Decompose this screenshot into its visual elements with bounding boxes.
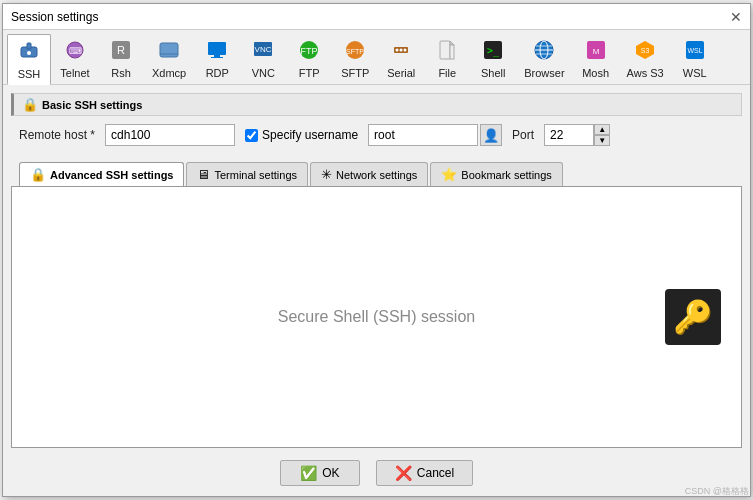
key-icon: 🔑 bbox=[673, 298, 713, 336]
svg-text:WSL: WSL bbox=[687, 47, 702, 54]
protocol-item-rsh[interactable]: R Rsh bbox=[99, 34, 143, 84]
sub-tab-advanced[interactable]: 🔒 Advanced SSH settings bbox=[19, 162, 184, 186]
protocol-icon-sftp: SFTP bbox=[344, 39, 366, 65]
protocol-item-serial[interactable]: Serial bbox=[379, 34, 423, 84]
svg-rect-10 bbox=[214, 55, 220, 57]
protocol-label-rdp: RDP bbox=[206, 67, 229, 79]
sub-tab-icon-network: ✳ bbox=[321, 167, 332, 182]
sub-tab-bookmark[interactable]: ⭐ Bookmark settings bbox=[430, 162, 562, 186]
svg-rect-11 bbox=[211, 57, 223, 58]
svg-marker-23 bbox=[450, 41, 454, 45]
sub-tab-label-terminal: Terminal settings bbox=[214, 169, 297, 181]
svg-text:SFTP: SFTP bbox=[346, 48, 364, 55]
svg-rect-1 bbox=[27, 43, 31, 49]
protocol-toolbar: SSH ⌨ Telnet R Rsh Xdmcp RDP VNC VNC FTP… bbox=[3, 30, 750, 85]
protocol-icon-mosh: M bbox=[585, 39, 607, 65]
protocol-item-awss3[interactable]: S3 Aws S3 bbox=[620, 34, 671, 84]
protocol-label-mosh: Mosh bbox=[582, 67, 609, 79]
svg-rect-22 bbox=[440, 41, 450, 59]
protocol-label-rsh: Rsh bbox=[111, 67, 131, 79]
ok-icon: ✅ bbox=[300, 465, 317, 481]
port-spinner-down[interactable]: ▼ bbox=[594, 135, 610, 146]
protocol-icon-awss3: S3 bbox=[634, 39, 656, 65]
cancel-icon: ❌ bbox=[395, 465, 412, 481]
svg-point-2 bbox=[27, 51, 31, 55]
svg-text:S3: S3 bbox=[641, 47, 650, 54]
specify-username-checkbox-label: Specify username bbox=[245, 128, 358, 142]
protocol-item-telnet[interactable]: ⌨ Telnet bbox=[53, 34, 97, 84]
content-area: Secure Shell (SSH) session 🔑 bbox=[11, 187, 742, 448]
user-icon-button[interactable]: 👤 bbox=[480, 124, 502, 146]
svg-rect-9 bbox=[208, 42, 226, 55]
sub-tab-terminal[interactable]: 🖥 Terminal settings bbox=[186, 162, 308, 186]
svg-text:VNC: VNC bbox=[255, 45, 272, 54]
protocol-icon-telnet: ⌨ bbox=[64, 39, 86, 65]
protocol-item-ssh[interactable]: SSH bbox=[7, 34, 51, 85]
basic-ssh-section-label: Basic SSH settings bbox=[42, 99, 142, 111]
ok-button[interactable]: ✅ OK bbox=[280, 460, 360, 486]
svg-text:M: M bbox=[592, 47, 599, 56]
protocol-item-vnc[interactable]: VNC VNC bbox=[241, 34, 285, 84]
protocol-label-browser: Browser bbox=[524, 67, 564, 79]
protocol-item-shell[interactable]: >_ Shell bbox=[471, 34, 515, 84]
remote-host-label: Remote host * bbox=[19, 128, 95, 142]
sub-tab-network[interactable]: ✳ Network settings bbox=[310, 162, 428, 186]
session-settings-window: Session settings ✕ SSH ⌨ Telnet R Rsh Xd… bbox=[2, 3, 751, 497]
svg-text:⌨: ⌨ bbox=[69, 46, 82, 56]
protocol-icon-ftp: FTP bbox=[298, 39, 320, 65]
specify-username-checkbox[interactable] bbox=[245, 129, 258, 142]
protocol-label-xdmcp: Xdmcp bbox=[152, 67, 186, 79]
port-label: Port bbox=[512, 128, 534, 142]
watermark: CSDN @格格格 bbox=[685, 485, 749, 498]
protocol-item-wsl[interactable]: WSL WSL bbox=[673, 34, 717, 84]
sub-tab-icon-terminal: 🖥 bbox=[197, 167, 210, 182]
svg-text:R: R bbox=[117, 44, 125, 56]
protocol-icon-wsl: WSL bbox=[684, 39, 706, 65]
svg-point-21 bbox=[404, 49, 407, 52]
port-spinner[interactable]: ▲ ▼ bbox=[594, 124, 610, 146]
protocol-icon-rdp bbox=[206, 39, 228, 65]
protocol-item-xdmcp[interactable]: Xdmcp bbox=[145, 34, 193, 84]
protocol-label-ssh: SSH bbox=[18, 68, 41, 80]
username-input[interactable] bbox=[368, 124, 478, 146]
ok-label: OK bbox=[322, 466, 339, 480]
svg-rect-7 bbox=[160, 43, 178, 57]
sub-tab-icon-advanced: 🔒 bbox=[30, 167, 46, 182]
key-icon-box: 🔑 bbox=[665, 289, 721, 345]
sub-tab-label-bookmark: Bookmark settings bbox=[461, 169, 551, 181]
basic-ssh-section-header: 🔒 Basic SSH settings bbox=[11, 93, 742, 116]
protocol-label-sftp: SFTP bbox=[341, 67, 369, 79]
window-title: Session settings bbox=[11, 10, 98, 24]
protocol-item-sftp[interactable]: SFTP SFTP bbox=[333, 34, 377, 84]
protocol-label-wsl: WSL bbox=[683, 67, 707, 79]
basic-ssh-section-icon: 🔒 bbox=[22, 97, 38, 112]
cancel-button[interactable]: ❌ Cancel bbox=[376, 460, 473, 486]
protocol-label-serial: Serial bbox=[387, 67, 415, 79]
protocol-label-awss3: Aws S3 bbox=[627, 67, 664, 79]
sub-tab-label-advanced: Advanced SSH settings bbox=[50, 169, 173, 181]
protocol-icon-ssh bbox=[18, 40, 40, 66]
protocol-icon-browser bbox=[533, 39, 555, 65]
protocol-icon-serial bbox=[390, 39, 412, 65]
title-bar: Session settings ✕ bbox=[3, 4, 750, 30]
port-input[interactable] bbox=[544, 124, 594, 146]
protocol-icon-shell: >_ bbox=[482, 39, 504, 65]
session-description: Secure Shell (SSH) session bbox=[278, 308, 475, 326]
sub-tab-label-network: Network settings bbox=[336, 169, 417, 181]
remote-host-input[interactable] bbox=[105, 124, 235, 146]
protocol-icon-file bbox=[436, 39, 458, 65]
close-button[interactable]: ✕ bbox=[730, 10, 742, 24]
protocol-label-shell: Shell bbox=[481, 67, 505, 79]
protocol-label-file: File bbox=[438, 67, 456, 79]
protocol-item-rdp[interactable]: RDP bbox=[195, 34, 239, 84]
port-spinner-up[interactable]: ▲ bbox=[594, 124, 610, 135]
form-row: Remote host * Specify username 👤 Port ▲ … bbox=[3, 116, 750, 154]
svg-text:FTP: FTP bbox=[301, 46, 318, 56]
protocol-item-file[interactable]: File bbox=[425, 34, 469, 84]
protocol-item-mosh[interactable]: M Mosh bbox=[574, 34, 618, 84]
protocol-item-ftp[interactable]: FTP FTP bbox=[287, 34, 331, 84]
protocol-item-browser[interactable]: Browser bbox=[517, 34, 571, 84]
protocol-icon-xdmcp bbox=[158, 39, 180, 65]
cancel-label: Cancel bbox=[417, 466, 454, 480]
protocol-icon-rsh: R bbox=[110, 39, 132, 65]
